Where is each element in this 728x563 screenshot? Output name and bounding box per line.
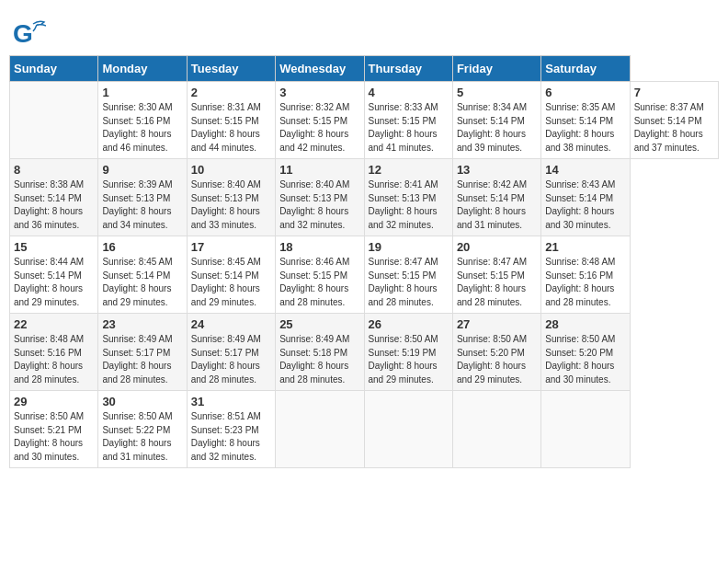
calendar-day-cell: 29Sunrise: 8:50 AM Sunset: 5:21 PM Dayli… [10, 391, 98, 468]
calendar-day-cell: 27Sunrise: 8:50 AM Sunset: 5:20 PM Dayli… [452, 314, 540, 391]
calendar-day-cell: 13Sunrise: 8:42 AM Sunset: 5:14 PM Dayli… [452, 159, 540, 236]
day-number: 27 [457, 317, 537, 331]
day-number: 31 [191, 395, 271, 408]
calendar-week-row: 1Sunrise: 8:30 AM Sunset: 5:16 PM Daylig… [10, 82, 719, 159]
day-number: 18 [279, 240, 359, 254]
day-info: Sunrise: 8:46 AM Sunset: 5:15 PM Dayligh… [279, 256, 359, 309]
day-info: Sunrise: 8:37 AM Sunset: 5:14 PM Dayligh… [634, 101, 714, 155]
calendar-day-cell: 25Sunrise: 8:49 AM Sunset: 5:18 PM Dayli… [276, 314, 364, 391]
day-number: 26 [369, 317, 449, 331]
svg-text:G: G [13, 19, 33, 48]
calendar-day-cell: 19Sunrise: 8:47 AM Sunset: 5:15 PM Dayli… [364, 236, 452, 314]
day-number: 8 [14, 163, 94, 177]
day-number: 15 [14, 240, 94, 254]
calendar-day-cell [541, 391, 630, 468]
day-info: Sunrise: 8:44 AM Sunset: 5:14 PM Dayligh… [14, 256, 94, 309]
calendar-day-cell: 10Sunrise: 8:40 AM Sunset: 5:13 PM Dayli… [187, 159, 275, 236]
calendar-day-cell [10, 82, 98, 159]
header-day: Thursday [364, 56, 452, 82]
calendar-day-cell: 2Sunrise: 8:31 AM Sunset: 5:15 PM Daylig… [187, 82, 275, 159]
day-number: 12 [369, 163, 449, 177]
day-number: 23 [102, 317, 182, 331]
calendar-day-cell: 21Sunrise: 8:48 AM Sunset: 5:16 PM Dayli… [541, 236, 630, 314]
day-info: Sunrise: 8:38 AM Sunset: 5:14 PM Dayligh… [14, 178, 94, 232]
calendar-day-cell: 12Sunrise: 8:41 AM Sunset: 5:13 PM Dayli… [364, 159, 452, 236]
header-day: Tuesday [187, 56, 275, 82]
day-number: 10 [191, 163, 271, 177]
day-number: 1 [102, 86, 182, 99]
day-number: 6 [545, 86, 625, 99]
day-info: Sunrise: 8:48 AM Sunset: 5:16 PM Dayligh… [545, 256, 625, 309]
calendar-day-cell: 15Sunrise: 8:44 AM Sunset: 5:14 PM Dayli… [10, 236, 98, 314]
calendar-week-row: 15Sunrise: 8:44 AM Sunset: 5:14 PM Dayli… [10, 236, 719, 314]
day-number: 25 [279, 317, 359, 331]
day-number: 2 [191, 86, 271, 99]
calendar-header: SundayMondayTuesdayWednesdayThursdayFrid… [10, 56, 719, 82]
calendar-week-row: 29Sunrise: 8:50 AM Sunset: 5:21 PM Dayli… [10, 391, 719, 468]
calendar-day-cell: 17Sunrise: 8:45 AM Sunset: 5:14 PM Dayli… [187, 236, 275, 314]
day-info: Sunrise: 8:45 AM Sunset: 5:14 PM Dayligh… [102, 256, 182, 309]
day-number: 22 [14, 317, 94, 331]
day-info: Sunrise: 8:34 AM Sunset: 5:14 PM Dayligh… [457, 101, 537, 155]
day-info: Sunrise: 8:50 AM Sunset: 5:20 PM Dayligh… [545, 333, 625, 386]
logo: G [13, 17, 50, 50]
day-info: Sunrise: 8:30 AM Sunset: 5:16 PM Dayligh… [102, 101, 182, 155]
day-info: Sunrise: 8:50 AM Sunset: 5:21 PM Dayligh… [14, 410, 94, 464]
day-info: Sunrise: 8:49 AM Sunset: 5:18 PM Dayligh… [279, 333, 359, 386]
day-info: Sunrise: 8:48 AM Sunset: 5:16 PM Dayligh… [14, 333, 94, 386]
calendar-day-cell: 6Sunrise: 8:35 AM Sunset: 5:14 PM Daylig… [541, 82, 630, 159]
day-info: Sunrise: 8:51 AM Sunset: 5:23 PM Dayligh… [191, 410, 271, 464]
calendar-week-row: 22Sunrise: 8:48 AM Sunset: 5:16 PM Dayli… [10, 314, 719, 391]
calendar-day-cell: 20Sunrise: 8:47 AM Sunset: 5:15 PM Dayli… [452, 236, 540, 314]
day-number: 20 [457, 240, 537, 254]
calendar-day-cell: 7Sunrise: 8:37 AM Sunset: 5:14 PM Daylig… [630, 82, 718, 159]
day-info: Sunrise: 8:33 AM Sunset: 5:15 PM Dayligh… [369, 101, 449, 155]
calendar-day-cell: 8Sunrise: 8:38 AM Sunset: 5:14 PM Daylig… [10, 159, 98, 236]
day-info: Sunrise: 8:49 AM Sunset: 5:17 PM Dayligh… [102, 333, 182, 386]
calendar-week-row: 8Sunrise: 8:38 AM Sunset: 5:14 PM Daylig… [10, 159, 719, 236]
calendar-table: SundayMondayTuesdayWednesdayThursdayFrid… [9, 55, 719, 468]
day-number: 21 [545, 240, 625, 254]
day-number: 19 [369, 240, 449, 254]
page-header: G [9, 9, 719, 50]
calendar-day-cell: 4Sunrise: 8:33 AM Sunset: 5:15 PM Daylig… [364, 82, 452, 159]
day-number: 29 [14, 395, 94, 408]
day-info: Sunrise: 8:50 AM Sunset: 5:19 PM Dayligh… [369, 333, 449, 386]
header-day: Friday [452, 56, 540, 82]
calendar-day-cell: 9Sunrise: 8:39 AM Sunset: 5:13 PM Daylig… [98, 159, 187, 236]
header-day: Wednesday [276, 56, 364, 82]
day-info: Sunrise: 8:40 AM Sunset: 5:13 PM Dayligh… [279, 178, 359, 232]
day-info: Sunrise: 8:47 AM Sunset: 5:15 PM Dayligh… [369, 256, 449, 309]
day-number: 7 [634, 86, 714, 99]
day-number: 9 [102, 163, 182, 177]
day-info: Sunrise: 8:47 AM Sunset: 5:15 PM Dayligh… [457, 256, 537, 309]
day-info: Sunrise: 8:35 AM Sunset: 5:14 PM Dayligh… [545, 101, 625, 155]
calendar-day-cell: 24Sunrise: 8:49 AM Sunset: 5:17 PM Dayli… [187, 314, 275, 391]
calendar-day-cell: 18Sunrise: 8:46 AM Sunset: 5:15 PM Dayli… [276, 236, 364, 314]
day-info: Sunrise: 8:42 AM Sunset: 5:14 PM Dayligh… [457, 178, 537, 232]
day-number: 28 [545, 317, 625, 331]
day-number: 30 [102, 395, 182, 408]
day-info: Sunrise: 8:39 AM Sunset: 5:13 PM Dayligh… [102, 178, 182, 232]
day-number: 16 [102, 240, 182, 254]
day-number: 11 [279, 163, 359, 177]
calendar-body: 1Sunrise: 8:30 AM Sunset: 5:16 PM Daylig… [10, 82, 719, 468]
day-number: 3 [279, 86, 359, 99]
day-info: Sunrise: 8:49 AM Sunset: 5:17 PM Dayligh… [191, 333, 271, 386]
day-info: Sunrise: 8:40 AM Sunset: 5:13 PM Dayligh… [191, 178, 271, 232]
calendar-day-cell: 14Sunrise: 8:43 AM Sunset: 5:14 PM Dayli… [541, 159, 630, 236]
day-info: Sunrise: 8:45 AM Sunset: 5:14 PM Dayligh… [191, 256, 271, 309]
calendar-day-cell [452, 391, 540, 468]
logo-icon: G [13, 17, 46, 50]
calendar-day-cell: 11Sunrise: 8:40 AM Sunset: 5:13 PM Dayli… [276, 159, 364, 236]
calendar-day-cell: 31Sunrise: 8:51 AM Sunset: 5:23 PM Dayli… [187, 391, 275, 468]
calendar-day-cell: 16Sunrise: 8:45 AM Sunset: 5:14 PM Dayli… [98, 236, 187, 314]
calendar-day-cell: 1Sunrise: 8:30 AM Sunset: 5:16 PM Daylig… [98, 82, 187, 159]
day-number: 24 [191, 317, 271, 331]
header-day: Sunday [10, 56, 98, 82]
day-number: 4 [369, 86, 449, 99]
calendar-day-cell: 3Sunrise: 8:32 AM Sunset: 5:15 PM Daylig… [276, 82, 364, 159]
calendar-day-cell [276, 391, 364, 468]
header-day: Saturday [541, 56, 630, 82]
day-info: Sunrise: 8:32 AM Sunset: 5:15 PM Dayligh… [279, 101, 359, 155]
